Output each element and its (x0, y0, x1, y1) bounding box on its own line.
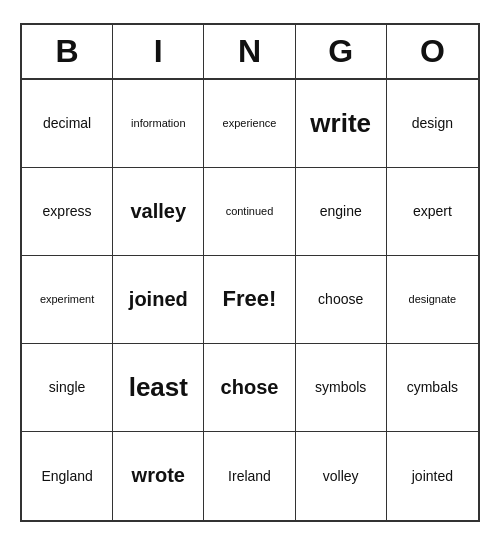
bingo-cell-17: chose (204, 344, 295, 432)
bingo-cell-15: single (22, 344, 113, 432)
bingo-cell-2: experience (204, 80, 295, 168)
bingo-cell-14: designate (387, 256, 478, 344)
bingo-cell-1: information (113, 80, 204, 168)
bingo-cell-22: Ireland (204, 432, 295, 520)
bingo-cell-6: valley (113, 168, 204, 256)
bingo-cell-23: volley (296, 432, 387, 520)
header-g: G (296, 25, 387, 78)
bingo-cell-10: experiment (22, 256, 113, 344)
bingo-cell-19: cymbals (387, 344, 478, 432)
bingo-cell-13: choose (296, 256, 387, 344)
header-b: B (22, 25, 113, 78)
bingo-cell-0: decimal (22, 80, 113, 168)
bingo-cell-11: joined (113, 256, 204, 344)
header-o: O (387, 25, 478, 78)
bingo-cell-24: jointed (387, 432, 478, 520)
bingo-cell-16: least (113, 344, 204, 432)
header-i: I (113, 25, 204, 78)
bingo-cell-7: continued (204, 168, 295, 256)
bingo-cell-4: design (387, 80, 478, 168)
bingo-cell-8: engine (296, 168, 387, 256)
header-n: N (204, 25, 295, 78)
bingo-cell-3: write (296, 80, 387, 168)
bingo-cell-12: Free! (204, 256, 295, 344)
bingo-card: B I N G O decimalinformationexperiencewr… (20, 23, 480, 522)
bingo-cell-9: expert (387, 168, 478, 256)
bingo-cell-21: wrote (113, 432, 204, 520)
bingo-grid: decimalinformationexperiencewritedesigne… (22, 80, 478, 520)
bingo-cell-18: symbols (296, 344, 387, 432)
bingo-header: B I N G O (22, 25, 478, 80)
bingo-cell-20: England (22, 432, 113, 520)
bingo-cell-5: express (22, 168, 113, 256)
